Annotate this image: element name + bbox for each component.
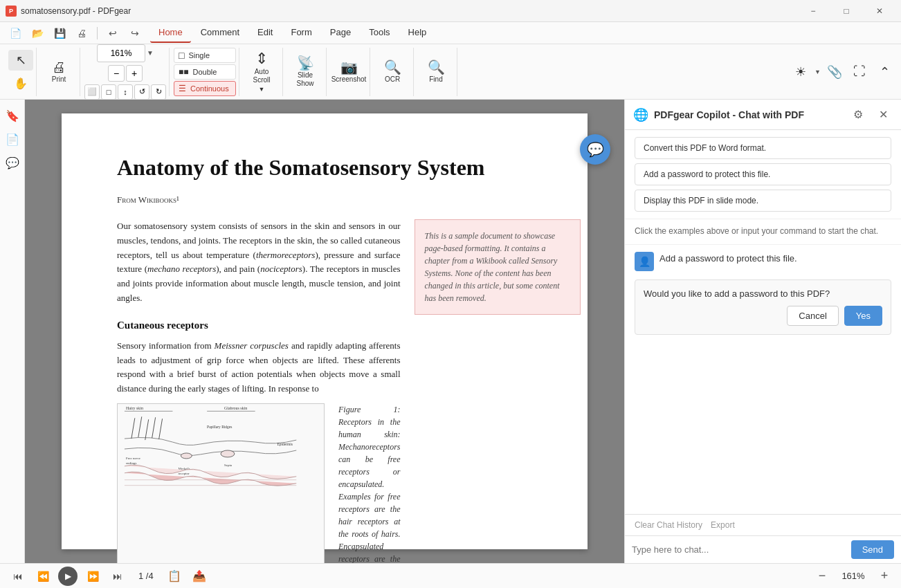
prev-page-button[interactable]: ⏪ [33,567,53,586]
screenshot-icon: 📷 [340,60,358,74]
single-page-button[interactable]: □ Single [174,48,236,63]
svg-line-4 [131,418,135,439]
chat-footer: Clear Chat History Export Send [625,514,901,563]
print-button[interactable]: 🖨 Print [41,50,77,94]
fit-height-button[interactable]: ↕ [118,84,133,100]
suggestion-password-button[interactable]: Add a password to protect this file. [635,163,891,185]
slide-show-group: 📡 Slide Show [284,48,327,96]
pdf-viewer[interactable]: 💬 Anatomy of the Somatosensory System Fr… [25,100,624,563]
screenshot-button[interactable]: 📷 Screenshot [331,50,367,94]
maximize-button[interactable]: □ [830,0,862,22]
pdf-note-box: This is a sample document to showcase pa… [415,219,581,315]
svg-text:Glabrous skin: Glabrous skin [224,406,247,410]
select-cursor-button[interactable]: ↖ [8,50,33,71]
undo-button[interactable]: ↩ [103,24,122,42]
sidebar-bookmark-button[interactable]: 🔖 [2,105,23,126]
save-file-button[interactable]: 💾 [50,24,69,42]
chat-message-user: 👤 Add a password to protect this file. [635,252,891,271]
fit-width-button[interactable]: ⬜ [84,84,100,100]
redo-button[interactable]: ↪ [125,24,145,42]
fullscreen-button[interactable]: ⛶ [848,61,871,83]
play-button[interactable]: ▶ [58,567,78,586]
fit-page-button[interactable]: □ [101,84,116,100]
share-button[interactable]: 📤 [190,567,209,586]
first-page-button[interactable]: ⏮ [8,567,28,586]
continuous-page-button[interactable]: ☰ Continuous [174,81,236,96]
suggestion-convert-button[interactable]: Convert this PDF to Word format. [635,137,891,159]
ocr-button[interactable]: 🔍 OCR [374,50,410,94]
single-page-label: Single [188,51,210,59]
pdf-page: Anatomy of the Somatosensory System From… [62,113,588,549]
status-bar: ⏮ ⏪ ▶ ⏩ ⏭ 1 /4 📋 📤 − 161% + [0,563,901,588]
pdf-paragraph-1: Our somatosensory system consists of sen… [117,219,401,306]
sidebar-comment-button[interactable]: 💬 [2,152,23,173]
slide-show-button[interactable]: 📡 Slide Show [287,50,323,94]
menu-edit[interactable]: Edit [249,24,281,43]
attach-button[interactable]: 📎 [823,61,846,83]
auto-scroll-label: Auto Scroll [245,68,278,84]
brightness-button[interactable]: ☀ [790,61,812,83]
svg-text:Papillary Ridges: Papillary Ridges [207,425,232,429]
next-page-button[interactable]: ⏩ [83,567,102,586]
rotate-ccw-button[interactable]: ↺ [134,84,149,100]
minimize-button[interactable]: − [797,0,829,22]
menu-comment[interactable]: Comment [192,24,248,43]
zoom-input[interactable] [97,44,145,62]
screenshot-label: Screenshot [331,75,367,84]
chat-messages: 👤 Add a password to protect this file. W… [625,245,901,514]
svg-line-8 [159,419,163,439]
ocr-group: 🔍 OCR [372,48,414,96]
menu-form[interactable]: Form [282,24,320,43]
close-button[interactable]: ✕ [864,0,895,22]
find-label: Find [429,75,442,84]
print-icon: 🖨 [52,60,66,74]
collapse-button[interactable]: ⌃ [873,61,895,83]
chat-footer-actions: Clear Chat History Export [625,515,901,535]
menu-tools[interactable]: Tools [361,24,398,43]
figure-svg: Hairy skin Glabrous skin [118,404,324,494]
menu-help[interactable]: Help [400,24,435,43]
sidebar-page-button[interactable]: 📄 [2,129,23,149]
pdf-title: Anatomy of the Somatosensory System [117,155,532,181]
zoom-buttons-row: − + [108,65,143,82]
new-file-button[interactable]: 📄 [6,24,25,42]
open-file-button[interactable]: 📂 [28,24,47,42]
password-dialog-actions: Cancel Yes [644,306,882,326]
rotate-cw-button[interactable]: ↻ [151,84,166,100]
user-avatar: 👤 [635,252,654,271]
yes-button[interactable]: Yes [844,306,882,326]
zoom-out-button[interactable]: − [108,65,125,82]
last-page-button[interactable]: ⏭ [108,567,127,586]
page-view-button[interactable]: 📋 [165,567,184,586]
zoom-in-status-button[interactable]: + [876,568,893,585]
print-qa-button[interactable]: 🖨 [72,24,91,42]
export-button[interactable]: Export [711,520,735,530]
clear-history-button[interactable]: Clear Chat History [635,520,702,530]
double-page-button[interactable]: ■■ Double [174,64,236,80]
screenshot-group: 📷 Screenshot [328,48,370,96]
suggestion-slide-button[interactable]: Display this PDF in slide mode. [635,190,891,212]
find-button[interactable]: 🔍 Find [418,50,454,94]
chat-close-button[interactable]: ✕ [873,105,893,125]
chat-settings-button[interactable]: ⚙ [848,105,868,125]
print-group: 🖨 Print [38,48,80,96]
password-dialog: Would you like to add a password to this… [635,279,891,335]
chat-float-button[interactable]: 💬 [580,134,610,165]
pdf-text-column: Our somatosensory system consists of sen… [117,219,401,563]
left-sidebar: 🔖 📄 💬 [0,100,25,563]
send-button[interactable]: Send [851,540,894,559]
menu-page[interactable]: Page [322,24,359,43]
hand-tool-button[interactable]: ✋ [8,73,33,94]
chat-input[interactable] [632,544,846,555]
view-mode-group: □ Single ■■ Double ☰ Continuous [171,48,239,96]
svg-point-10 [221,450,235,457]
auto-scroll-button[interactable]: ⇕ Auto Scroll ▼ [244,50,280,94]
cancel-button[interactable]: Cancel [787,306,838,326]
pdf-section-cutaneous: Cutaneous receptors [117,317,401,333]
fit-buttons-row: ⬜ □ ↕ ↺ ↻ [84,84,166,100]
menu-home[interactable]: Home [150,24,191,43]
chat-panel: 🌐 PDFgear Copilot - Chat with PDF ⚙ ✕ Co… [624,100,901,563]
zoom-in-button[interactable]: + [126,65,143,82]
find-icon: 🔍 [428,60,445,74]
zoom-out-status-button[interactable]: − [814,568,830,585]
